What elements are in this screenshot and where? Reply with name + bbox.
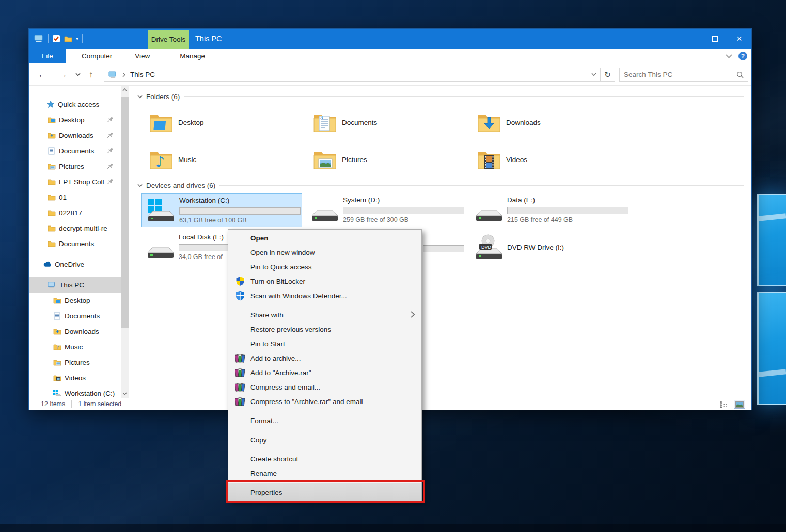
folder-tile-documents[interactable]: A Documents xyxy=(313,110,468,134)
folders-section-header[interactable]: Folders (6) xyxy=(137,93,744,101)
tab-view[interactable]: View xyxy=(123,49,161,63)
sidebar-item-label: Pictures xyxy=(59,163,84,170)
drive-tile-workstation-c[interactable]: Workstation (C:) 63,1 GB free of 100 GB xyxy=(141,193,302,227)
sidebar-item-workstation-c[interactable]: Workstation (C:) xyxy=(29,385,121,398)
new-folder-toolbar-icon[interactable] xyxy=(64,36,72,42)
menu-item-rename[interactable]: Rename xyxy=(228,466,421,480)
sidebar-item-01[interactable]: 01 xyxy=(29,189,121,205)
menu-item-copy[interactable]: Copy xyxy=(228,432,421,447)
sidebar-item-pc-downloads[interactable]: Downloads xyxy=(29,324,121,339)
drive-name: DVD RW Drive (I:) xyxy=(507,244,564,251)
sidebar-item-label: Downloads xyxy=(59,132,93,139)
menu-item-compress-to-archive-rar-and-email[interactable]: Compress to "Archive.rar" and email xyxy=(228,394,421,409)
pictures-folder-icon xyxy=(47,162,56,171)
search-icon[interactable] xyxy=(736,71,744,78)
menu-item-create-shortcut[interactable]: Create shortcut xyxy=(228,452,421,466)
thumbnail-view-icon[interactable] xyxy=(734,400,745,409)
breadcrumb[interactable]: This PC xyxy=(130,71,155,78)
desktop-folder-icon xyxy=(47,116,56,124)
close-button[interactable]: × xyxy=(727,29,751,49)
sidebar-item-quick-access[interactable]: Quick access xyxy=(29,96,121,112)
folder-label: Documents xyxy=(342,119,377,126)
folder-tile-downloads[interactable]: Downloads xyxy=(477,110,632,134)
scroll-up-icon[interactable] xyxy=(121,86,129,94)
folder-tile-pictures[interactable]: Pictures xyxy=(313,148,468,171)
menu-item-properties[interactable]: Properties xyxy=(228,483,421,501)
menu-item-turn-on-bitlocker[interactable]: Turn on BitLocker xyxy=(228,274,421,288)
menu-item-add-to-archive-rar[interactable]: Add to "Archive.rar" xyxy=(228,365,421,380)
drive-usage-bar xyxy=(179,207,301,215)
drive-usage-bar xyxy=(507,207,628,214)
sidebar-item-pc-documents[interactable]: Documents xyxy=(29,308,121,324)
folder-tile-videos[interactable]: Videos xyxy=(477,148,632,171)
sidebar-item-pc-videos[interactable]: Videos xyxy=(29,370,121,385)
search-input[interactable]: Search This PC xyxy=(619,68,748,82)
minimize-button[interactable]: – xyxy=(679,29,703,49)
drive-free-space: 215 GB free of 449 GB xyxy=(507,216,573,223)
sidebar-item-022817[interactable]: 022817 xyxy=(29,205,121,220)
sidebar-item-decrypt-multi-re[interactable]: decrypt-multi-re xyxy=(29,220,121,236)
expand-ribbon-chevron-icon[interactable] xyxy=(726,54,732,58)
folder-tile-desktop[interactable]: Desktop xyxy=(149,110,304,134)
drive-free-space: 259 GB free of 300 GB xyxy=(343,216,408,223)
tab-computer[interactable]: Computer xyxy=(70,49,123,63)
status-separator xyxy=(71,400,72,408)
sidebar-item-onedrive[interactable]: OneDrive xyxy=(29,256,121,272)
properties-toolbar-icon[interactable] xyxy=(52,35,60,43)
sidebar-item-documents[interactable]: Documents xyxy=(29,143,121,158)
sidebar-item-pc-music[interactable]: ♪ Music xyxy=(29,339,121,354)
menu-item-add-to-archive[interactable]: Add to archive... xyxy=(228,351,421,365)
recent-locations-chevron-icon[interactable] xyxy=(72,63,84,86)
maximize-button[interactable] xyxy=(703,29,727,49)
forward-button[interactable]: → xyxy=(56,63,70,86)
toolbar-separator xyxy=(48,34,49,43)
search-placeholder: Search This PC xyxy=(624,71,736,78)
menu-item-scan-with-windows-defender[interactable]: Scan with Windows Defender... xyxy=(228,288,421,303)
toolbar-separator xyxy=(82,34,83,43)
sidebar-item-this-pc[interactable]: This PC xyxy=(29,277,121,293)
winrar-icon xyxy=(235,367,245,378)
menu-item-format[interactable]: Format... xyxy=(228,413,421,428)
customize-toolbar-chevron-icon[interactable]: ▾ xyxy=(76,36,78,41)
menu-item-pin-to-quick-access[interactable]: Pin to Quick access xyxy=(228,260,421,274)
folder-icon xyxy=(47,193,56,202)
downloads-folder-icon xyxy=(477,112,501,133)
tab-file[interactable]: File xyxy=(29,49,66,63)
help-icon[interactable]: ? xyxy=(738,52,747,60)
menu-item-open[interactable]: Open xyxy=(228,231,421,245)
sidebar-item-documents-2[interactable]: Documents xyxy=(29,236,121,251)
up-button[interactable]: ↑ xyxy=(84,63,98,86)
address-dropdown-chevron-icon[interactable] xyxy=(588,73,600,76)
menu-item-open-in-new-window[interactable]: Open in new window xyxy=(228,245,421,260)
scrollbar-thumb[interactable] xyxy=(121,97,129,328)
menu-item-restore-previous-versions[interactable]: Restore previous versions xyxy=(228,322,421,336)
sidebar-scrollbar[interactable] xyxy=(121,86,129,398)
address-breadcrumb-bar[interactable]: This PC ↻ xyxy=(104,68,615,82)
sidebar-item-desktop[interactable]: Desktop xyxy=(29,112,121,127)
ribbon-tab-row: File Computer View Manage xyxy=(29,49,751,63)
drive-tile-data-e[interactable]: Data (E:) 215 GB free of 449 GB xyxy=(469,193,631,227)
drive-tile-dvd-rw-i[interactable]: DVD DVD RW Drive (I:) xyxy=(469,230,631,264)
sidebar-item-pc-desktop[interactable]: Desktop xyxy=(29,293,121,308)
pin-icon xyxy=(107,178,114,185)
sidebar-item-downloads[interactable]: Downloads xyxy=(29,127,121,143)
menu-item-compress-and-email[interactable]: Compress and email... xyxy=(228,380,421,394)
drive-name: Data (E:) xyxy=(507,196,535,204)
tab-manage[interactable]: Manage xyxy=(168,49,216,63)
menu-item-pin-to-start[interactable]: Pin to Start xyxy=(228,336,421,351)
breadcrumb-chevron-icon[interactable] xyxy=(118,72,130,77)
back-button[interactable]: ← xyxy=(35,63,50,86)
drive-tools-contextual-tab[interactable]: Drive Tools xyxy=(148,30,189,49)
sidebar-item-pc-pictures[interactable]: Pictures xyxy=(29,354,121,370)
menu-item-share-with[interactable]: Share with xyxy=(228,308,421,322)
scroll-down-icon[interactable] xyxy=(121,390,129,398)
details-view-icon[interactable] xyxy=(718,400,729,409)
devices-section-header[interactable]: Devices and drives (6) xyxy=(137,182,744,189)
sidebar-item-pictures[interactable]: Pictures xyxy=(29,158,121,174)
folder-tile-music[interactable]: ♪ Music xyxy=(149,148,304,171)
drive-tile-system-d[interactable]: System (D:) 259 GB free of 300 GB xyxy=(305,193,466,227)
refresh-button[interactable]: ↻ xyxy=(600,68,615,81)
maximize-icon xyxy=(712,36,718,42)
sidebar-item-fpt-shop-coll[interactable]: FPT Shop Coll xyxy=(29,174,121,189)
obscured-drive-usage-bar xyxy=(423,245,464,252)
